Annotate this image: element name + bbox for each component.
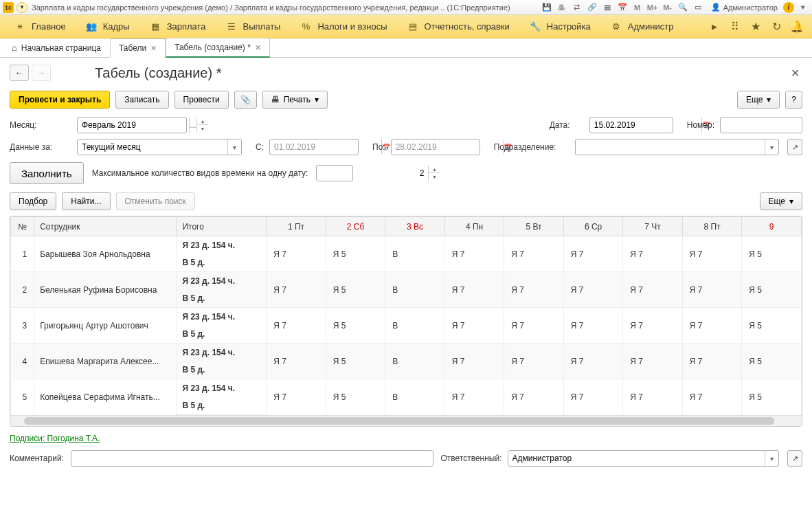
calc-icon[interactable]: ▦ [601,1,613,14]
col-total[interactable]: Итого [177,217,267,236]
cell-day[interactable]: Я 7 [504,308,564,344]
max-types-field[interactable]: ▲▼ [316,165,353,181]
cell-day[interactable]: Я 7 [682,379,742,415]
more-button[interactable]: Еще▾ [737,91,780,109]
comment-input[interactable] [71,451,433,466]
dept-dropdown[interactable]: ▾ [765,139,778,155]
cell-day[interactable]: Я 7 [682,308,742,344]
info-dropdown-icon[interactable]: ▾ [797,1,809,14]
cell-day[interactable]: В [385,308,445,344]
nav-forward-button[interactable]: → [32,65,51,81]
window-icon[interactable]: ▭ [692,1,704,14]
date-input[interactable] [590,118,701,133]
m-plus-icon[interactable]: M+ [646,1,659,14]
table-row[interactable]: 5Копейцева Серафима Игнать...Я 23 д. 154… [11,379,802,397]
nav-back-button[interactable]: ← [10,65,29,81]
col-day[interactable]: 3 Вс [385,217,445,236]
cell-day[interactable]: Я 7 [682,236,742,272]
data-for-field[interactable]: ▾ [77,139,242,155]
star-icon[interactable]: ★ [749,20,763,34]
find-button[interactable]: Найти... [62,192,110,210]
menu-nastroika[interactable]: 🔧Настройка [519,15,600,38]
cell-day[interactable]: Я 7 [563,236,623,272]
menu-admin[interactable]: ⚙Администр [600,15,684,38]
cell-day[interactable]: Я 7 [504,344,564,379]
col-day[interactable]: 5 Вт [504,217,564,236]
dept-input[interactable] [576,139,765,155]
cell-day[interactable]: Я 7 [563,272,623,308]
help-button[interactable]: ? [785,91,802,109]
app-menu-dropdown[interactable]: ▼ [16,2,27,13]
cell-day[interactable]: Я 7 [682,272,742,308]
table-row[interactable]: 1Барышева Зоя АрнольдовнаЯ 23 д. 154 ч.Я… [11,236,802,254]
pick-button[interactable]: Подбор [10,192,56,210]
cell-day[interactable]: Я 7 [267,236,326,272]
cell-employee[interactable]: Епишева Маргарита Алексее... [34,344,177,379]
menu-otchet[interactable]: ▤Отчетность, справки [397,15,519,38]
print-icon[interactable]: 🖶 [556,1,568,14]
cell-day[interactable]: Я 5 [326,272,385,308]
cell-day[interactable]: Я 7 [267,379,326,415]
close-icon[interactable]: ✕ [255,43,261,52]
cell-day[interactable]: Я 5 [742,272,802,308]
tab-home[interactable]: ⌂Начальная страница [3,38,110,57]
col-num[interactable]: № [11,217,34,236]
cell-day[interactable]: Я 7 [444,272,504,308]
cell-day[interactable]: Я 7 [267,308,326,344]
attach-button[interactable]: 📎 [234,91,257,109]
cell-day[interactable]: Я 7 [444,308,504,344]
user-label[interactable]: 👤 Администратор [711,3,778,12]
cell-day[interactable]: Я 7 [623,236,683,272]
info-icon[interactable]: i [783,2,794,13]
month-input[interactable] [78,118,189,133]
cell-day[interactable]: Я 7 [504,272,564,308]
cell-day[interactable]: Я 7 [504,236,564,272]
data-for-input[interactable] [78,139,227,155]
responsible-field[interactable]: ▾ [508,450,780,467]
bell-icon[interactable]: 🔔 [790,20,804,34]
cell-day[interactable]: Я 5 [326,308,385,344]
cell-day[interactable]: Я 7 [444,379,504,415]
fill-button[interactable]: Заполнить [10,162,84,184]
cell-day[interactable]: Я 5 [326,344,385,379]
m-minus-icon[interactable]: M- [662,1,674,14]
cell-day[interactable]: Я 7 [682,344,742,379]
menu-main[interactable]: ≡Главное [4,15,76,38]
cell-day[interactable]: Я 5 [742,308,802,344]
apps-grid-icon[interactable]: ⠿ [728,20,742,34]
tab-tabeli[interactable]: Табели✕ [110,38,166,58]
save-icon[interactable]: 💾 [541,1,553,14]
cell-day[interactable]: Я 7 [563,379,623,415]
cell-day[interactable]: В [385,379,445,415]
cell-day[interactable]: Я 5 [742,344,802,379]
link-icon[interactable]: 🔗 [586,1,598,14]
table-row[interactable]: 2Беленькая Руфина БорисовнаЯ 23 д. 154 ч… [11,272,802,290]
col-day[interactable]: 6 Ср [563,217,623,236]
m-icon[interactable]: M [631,1,644,14]
col-day[interactable]: 8 Пт [682,217,742,236]
close-page-button[interactable]: ✕ [788,67,802,80]
responsible-dropdown[interactable]: ▾ [765,451,778,466]
col-day[interactable]: 4 Пн [444,217,504,236]
menu-vyplaty[interactable]: ☰Выплаты [216,15,291,38]
number-field[interactable] [720,117,802,133]
nav-arrow-icon[interactable]: ▸ [708,20,721,34]
compare-icon[interactable]: ⇄ [571,1,583,14]
tab-tabel-create[interactable]: Табель (создание) *✕ [166,38,270,58]
cell-day[interactable]: Я 7 [623,308,683,344]
cell-day[interactable]: Я 7 [504,379,564,415]
cell-day[interactable]: Я 7 [267,272,326,308]
cell-employee[interactable]: Копейцева Серафима Игнать... [34,379,177,415]
cell-employee[interactable]: Григорьянц Артур Ашотович [34,308,177,344]
cell-day[interactable]: В [385,272,445,308]
col-day[interactable]: 7 Чт [623,217,683,236]
cell-day[interactable]: Я 5 [326,236,385,272]
submit-button[interactable]: Провести [174,91,229,109]
responsible-open-button[interactable]: ↗ [787,450,802,467]
menu-nalogi[interactable]: %Налоги и взносы [290,15,396,38]
max-types-input[interactable] [317,166,428,181]
col-day[interactable]: 9 [742,217,802,236]
month-field[interactable]: … ▲▼ [77,117,187,133]
save-button[interactable]: Записать [115,91,168,109]
menu-kadry[interactable]: 👥Кадры [76,15,139,38]
